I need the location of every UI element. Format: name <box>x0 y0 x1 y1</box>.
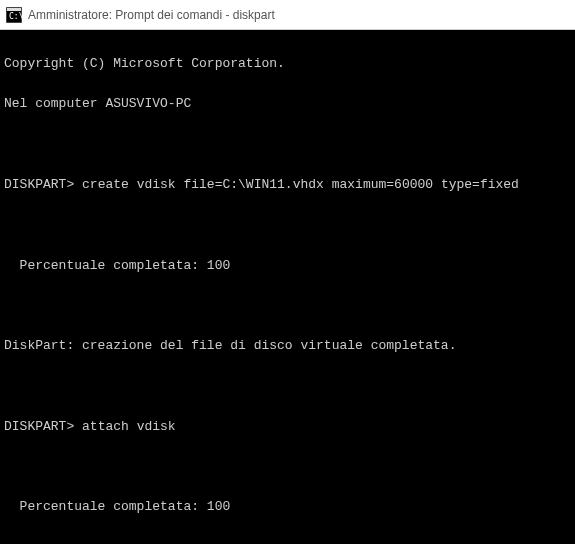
command-text: create vdisk file=C:\WIN11.vhdx maximum=… <box>82 177 519 192</box>
command-text: attach vdisk <box>82 419 176 434</box>
prompt-label: DISKPART> <box>4 177 74 192</box>
output-line-1: DiskPart: creazione del file di disco vi… <box>4 336 571 356</box>
blank-line <box>4 215 571 235</box>
progress-line-1: Percentuale completata: 100 <box>4 256 571 276</box>
progress-line-2: Percentuale completata: 100 <box>4 497 571 517</box>
terminal-output[interactable]: Copyright (C) Microsoft Corporation. Nel… <box>0 30 575 544</box>
progress-value: 100 <box>207 499 230 514</box>
prompt-line-2: DISKPART> attach vdisk <box>4 417 571 437</box>
svg-text:C:\: C:\ <box>9 12 22 21</box>
blank-line <box>4 376 571 396</box>
svg-rect-1 <box>7 8 21 11</box>
prompt-line-1: DISKPART> create vdisk file=C:\WIN11.vhd… <box>4 175 571 195</box>
computer-name-line: Nel computer ASUSVIVO-PC <box>4 94 571 114</box>
progress-prefix: Percentuale completata: <box>4 499 207 514</box>
blank-line <box>4 457 571 477</box>
blank-line <box>4 296 571 316</box>
window-title: Amministratore: Prompt dei comandi - dis… <box>28 8 275 22</box>
command-prompt-window: C:\ Amministratore: Prompt dei comandi -… <box>0 0 575 544</box>
prompt-label: DISKPART> <box>4 419 74 434</box>
cmd-icon: C:\ <box>6 7 22 23</box>
progress-value: 100 <box>207 258 230 273</box>
copyright-line: Copyright (C) Microsoft Corporation. <box>4 54 571 74</box>
blank-line <box>4 135 571 155</box>
titlebar[interactable]: C:\ Amministratore: Prompt dei comandi -… <box>0 0 575 30</box>
progress-prefix: Percentuale completata: <box>4 258 207 273</box>
blank-line <box>4 538 571 544</box>
